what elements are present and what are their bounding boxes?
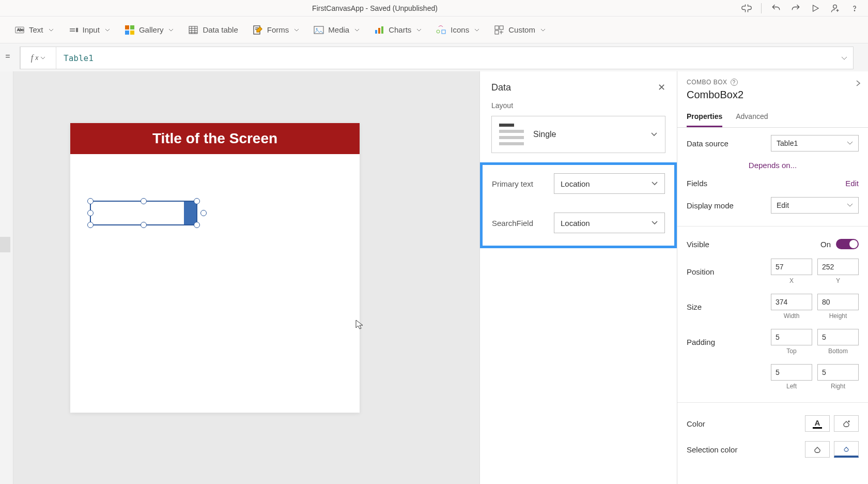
resize-handle[interactable] xyxy=(87,222,94,228)
searchfield-select[interactable]: Location xyxy=(554,213,665,233)
height-sublabel: Height xyxy=(829,312,847,320)
width-input[interactable]: 374 xyxy=(771,294,812,310)
ribbon-forms[interactable]: Forms xyxy=(253,25,300,35)
help-icon[interactable]: ? xyxy=(731,79,738,86)
resize-handle[interactable] xyxy=(87,198,94,204)
chevron-down-icon xyxy=(354,27,360,33)
close-icon[interactable]: ✕ xyxy=(658,82,665,93)
chevron-down-icon xyxy=(474,27,479,33)
selected-combobox[interactable] xyxy=(90,201,197,225)
text-icon: Abc xyxy=(14,25,25,35)
canvas-area[interactable]: Title of the Screen xyxy=(13,71,479,484)
resize-handle[interactable] xyxy=(194,222,200,228)
primary-text-value: Location xyxy=(561,179,590,188)
chevron-down-icon xyxy=(540,27,546,33)
primary-text-select[interactable]: Location xyxy=(554,173,665,194)
left-rail xyxy=(0,71,13,484)
right-sublabel: Right xyxy=(831,383,845,390)
formula-equals: = xyxy=(0,52,16,61)
visible-value: On xyxy=(820,240,831,249)
media-icon xyxy=(314,25,324,35)
tab-advanced[interactable]: Advanced xyxy=(736,108,768,127)
selection-font-color-chip[interactable] xyxy=(805,441,830,458)
combobox-chevron[interactable] xyxy=(184,202,196,224)
custom-icon xyxy=(494,25,504,35)
help-icon[interactable] xyxy=(849,3,860,13)
resize-handle[interactable] xyxy=(141,222,147,228)
svg-rect-6 xyxy=(125,25,129,29)
resize-handle[interactable] xyxy=(87,210,94,216)
resize-handle[interactable] xyxy=(141,198,147,204)
display-mode-select[interactable]: Edit xyxy=(771,197,859,214)
layout-selector[interactable]: Single xyxy=(491,116,665,153)
share-icon[interactable] xyxy=(830,3,840,13)
position-label: Position xyxy=(687,267,714,276)
svg-point-17 xyxy=(437,30,440,33)
padding-right-input[interactable]: 5 xyxy=(817,364,859,381)
icons-icon xyxy=(436,25,446,35)
ribbon-custom[interactable]: Custom xyxy=(494,25,546,35)
chevron-down-icon xyxy=(847,140,853,146)
padding-top-input[interactable]: 5 xyxy=(771,329,812,345)
undo-icon[interactable] xyxy=(771,3,781,13)
control-type: COMBO BOX ? xyxy=(687,79,859,86)
play-icon[interactable] xyxy=(810,3,820,13)
chevron-down-icon xyxy=(650,131,658,138)
font-color-chip[interactable]: A xyxy=(805,415,830,432)
forms-icon xyxy=(253,25,263,35)
redo-icon[interactable] xyxy=(791,3,801,13)
ribbon-input[interactable]: Input xyxy=(68,25,110,35)
fields-label: Fields xyxy=(687,179,707,188)
fields-edit-link[interactable]: Edit xyxy=(845,179,859,188)
title-bar: FirstCanvasApp - Saved (Unpublished) xyxy=(0,0,868,17)
svg-rect-14 xyxy=(375,30,377,34)
position-y-input[interactable]: 252 xyxy=(817,259,859,275)
rail-tab[interactable] xyxy=(0,237,10,252)
fill-color-chip[interactable] xyxy=(834,415,859,432)
chevron-right-icon[interactable] xyxy=(855,80,862,87)
position-x-input[interactable]: 57 xyxy=(771,259,812,275)
data-source-value: Table1 xyxy=(777,139,798,147)
svg-rect-9 xyxy=(130,31,134,35)
ribbon-label: Custom xyxy=(508,25,535,34)
top-sublabel: Top xyxy=(786,347,796,355)
ribbon-gallery[interactable]: Gallery xyxy=(125,25,174,35)
resize-handle[interactable] xyxy=(200,210,207,216)
svg-point-0 xyxy=(833,5,837,8)
selection-fill-color-chip[interactable] xyxy=(834,441,859,458)
layout-thumb-icon xyxy=(499,124,524,145)
ribbon-media[interactable]: Media xyxy=(314,25,360,35)
left-sublabel: Left xyxy=(786,383,797,390)
padding-bottom-input[interactable]: 5 xyxy=(817,329,859,345)
svg-rect-19 xyxy=(495,26,499,29)
health-icon[interactable] xyxy=(741,3,752,13)
height-input[interactable]: 80 xyxy=(817,294,859,310)
depends-on-link[interactable]: Depends on... xyxy=(687,161,859,170)
ribbon-label: Charts xyxy=(389,25,411,34)
visible-toggle[interactable] xyxy=(836,239,859,249)
formula-input[interactable]: Table1 xyxy=(56,47,835,69)
formula-expand[interactable] xyxy=(835,55,853,61)
y-sublabel: Y xyxy=(836,277,840,284)
chevron-down-icon xyxy=(651,219,658,226)
ribbon-charts[interactable]: Charts xyxy=(374,25,422,35)
resize-handle[interactable] xyxy=(194,198,200,204)
ribbon-datatable[interactable]: Data table xyxy=(188,25,238,35)
svg-point-4 xyxy=(76,28,78,29)
padding-label: Padding xyxy=(687,338,715,346)
tab-properties[interactable]: Properties xyxy=(687,108,722,127)
fx-dropdown[interactable]: fx xyxy=(20,47,56,69)
ribbon-icons[interactable]: Icons xyxy=(436,25,479,35)
display-mode-value: Edit xyxy=(777,201,789,209)
padding-left-input[interactable]: 5 xyxy=(771,364,812,381)
ribbon-label: Data table xyxy=(203,25,238,34)
workspace: Title of the Screen Data ✕ Layout xyxy=(0,71,868,484)
ribbon: Abc Text Input Gallery Data table Forms … xyxy=(0,17,868,43)
separator xyxy=(761,3,762,13)
data-panel-title: Data xyxy=(491,82,511,93)
svg-rect-20 xyxy=(500,26,503,29)
svg-text:Abc: Abc xyxy=(17,27,24,32)
ribbon-text[interactable]: Abc Text xyxy=(14,25,54,35)
chevron-down-icon xyxy=(847,202,853,208)
data-source-select[interactable]: Table1 xyxy=(771,135,859,152)
